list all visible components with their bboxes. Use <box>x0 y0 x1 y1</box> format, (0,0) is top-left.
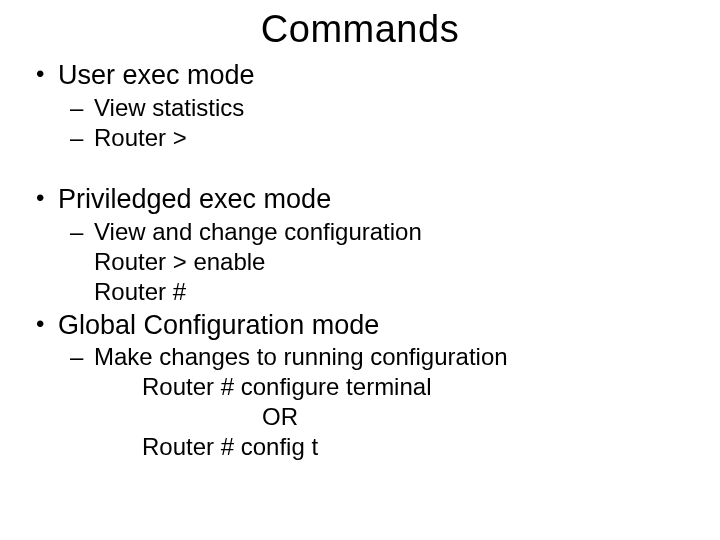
sub-item-text: Router > enable <box>94 248 265 275</box>
sub-item: Router # <box>70 277 690 307</box>
section-user-exec: User exec mode View statistics Router > <box>30 59 690 181</box>
bullet-list: User exec mode View statistics Router > … <box>30 59 690 462</box>
sub-item: View statistics <box>70 93 690 123</box>
section-global-config: Global Configuration mode Make changes t… <box>30 309 690 463</box>
sub-item: Make changes to running configuration Ro… <box>70 342 690 462</box>
sub-sub-item-or: OR <box>142 402 690 432</box>
sub-item: Router > enable <box>70 247 690 277</box>
sub-item-text: Make changes to running configuration <box>94 343 508 370</box>
slide-title: Commands <box>0 0 720 51</box>
slide: Commands User exec mode View statistics … <box>0 0 720 540</box>
sub-sub-list: Router # configure terminal OR Router # … <box>94 372 690 462</box>
sub-list: Make changes to running configuration Ro… <box>58 342 690 462</box>
sub-sub-item: Router # configure terminal <box>142 372 690 402</box>
sub-item-text: Router > <box>94 124 187 151</box>
sub-item-text: View statistics <box>94 94 244 121</box>
sub-sub-item-text: Router # config t <box>142 433 318 460</box>
sub-sub-item-text: OR <box>262 403 298 430</box>
sub-item: Router > <box>70 123 690 153</box>
sub-sub-item: Router # config t <box>142 432 690 462</box>
sub-item-text: View and change configuration <box>94 218 422 245</box>
section-heading: Priviledged exec mode <box>58 184 331 214</box>
spacer <box>58 153 690 181</box>
sub-sub-item-text: Router # configure terminal <box>142 373 431 400</box>
sub-list: View statistics Router > <box>58 93 690 153</box>
sub-list: View and change configuration Router > e… <box>58 217 690 307</box>
section-priv-exec: Priviledged exec mode View and change co… <box>30 183 690 307</box>
section-heading: Global Configuration mode <box>58 310 379 340</box>
sub-item-text: Router # <box>94 278 186 305</box>
sub-item: View and change configuration <box>70 217 690 247</box>
section-heading: User exec mode <box>58 60 255 90</box>
slide-content: User exec mode View statistics Router > … <box>0 51 720 462</box>
